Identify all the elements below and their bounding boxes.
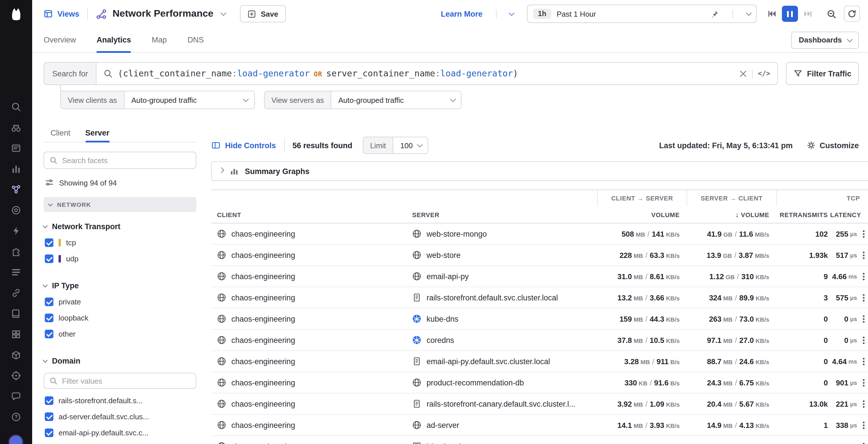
table-row[interactable]: chaos-engineering rails-storefront.defau… bbox=[211, 287, 868, 308]
facet-group-ip-type[interactable]: IP Type bbox=[43, 282, 196, 290]
server-cell[interactable]: email-api-py.default.svc.cluster.local bbox=[408, 357, 597, 366]
server-cell[interactable]: coredns bbox=[408, 335, 597, 345]
tab-dns[interactable]: DNS bbox=[187, 27, 204, 53]
server-cell[interactable]: web-store-mongo bbox=[408, 229, 597, 238]
search-query-input[interactable]: (client_container_name:load-generatorORs… bbox=[96, 62, 778, 85]
col-latency[interactable]: LATENCY bbox=[828, 211, 868, 218]
row-menu-icon[interactable] bbox=[863, 360, 865, 362]
search-icon[interactable] bbox=[11, 102, 21, 112]
client-cell[interactable]: chaos-engineering bbox=[211, 293, 408, 302]
client-cell[interactable]: chaos-engineering bbox=[211, 250, 408, 260]
chat-icon[interactable] bbox=[11, 391, 21, 402]
row-menu-icon[interactable] bbox=[863, 254, 865, 256]
table-row[interactable]: chaos-engineering product-recommendation… bbox=[211, 372, 868, 393]
checkbox-checked[interactable] bbox=[45, 428, 53, 437]
row-menu-icon[interactable] bbox=[863, 318, 865, 320]
clear-icon[interactable] bbox=[739, 70, 747, 77]
row-menu-icon[interactable] bbox=[863, 424, 865, 426]
facet-tab-client[interactable]: Client bbox=[51, 125, 70, 142]
view-servers-select[interactable]: Auto-grouped traffic bbox=[331, 91, 462, 109]
col-retransmits[interactable]: RETRANSMITS bbox=[776, 211, 828, 218]
checkbox-checked[interactable] bbox=[45, 298, 53, 306]
client-cell[interactable]: chaos-engineering bbox=[211, 314, 408, 323]
client-cell[interactable]: chaos-engineering bbox=[211, 335, 408, 345]
table-row[interactable]: chaos-engineering web-store-mongo 508MB/… bbox=[211, 224, 868, 245]
checkbox-checked[interactable] bbox=[45, 255, 53, 263]
dashboards-button[interactable]: Dashboards bbox=[792, 31, 859, 49]
fast-forward-button[interactable] bbox=[800, 6, 816, 22]
help-icon[interactable]: ? bbox=[11, 412, 21, 422]
facet-group-domain[interactable]: Domain bbox=[43, 357, 196, 365]
checkbox-checked[interactable] bbox=[45, 396, 53, 405]
row-menu-icon[interactable] bbox=[863, 233, 865, 235]
list-icon[interactable] bbox=[11, 267, 21, 277]
server-cell[interactable]: rails-storefront.default.svc.cluster.loc… bbox=[408, 293, 597, 302]
server-cell[interactable]: rails-storefront-canary.default.svc.clus… bbox=[408, 399, 597, 408]
table-row[interactable]: chaos-engineering rails-storefront-canar… bbox=[211, 393, 868, 415]
client-cell[interactable]: chaos-engineering bbox=[211, 357, 408, 366]
code-icon[interactable]: </> bbox=[758, 69, 770, 78]
table-row[interactable]: chaos-engineering web-store 228MB/63.3KB… bbox=[211, 245, 868, 266]
filter-traffic-button[interactable]: Filter Traffic bbox=[786, 62, 859, 85]
tab-overview[interactable]: Overview bbox=[43, 27, 76, 53]
facet-tab-server[interactable]: Server bbox=[85, 125, 110, 142]
view-title-menu[interactable]: Network Performance bbox=[96, 8, 225, 20]
table-row[interactable]: chaos-engineering email-api-py 31.0MB/8.… bbox=[211, 266, 868, 287]
facet-search-input[interactable] bbox=[62, 156, 191, 165]
row-menu-icon[interactable] bbox=[863, 382, 865, 383]
rewind-button[interactable] bbox=[764, 6, 780, 22]
table-row[interactable]: chaos-engineering email-api-py.default.s… bbox=[211, 351, 868, 372]
views-button[interactable]: Views bbox=[43, 9, 79, 19]
checkbox-checked[interactable] bbox=[45, 238, 53, 247]
server-cell[interactable]: kube-dns bbox=[408, 314, 597, 323]
customize-button[interactable]: Customize bbox=[806, 141, 859, 150]
summary-graphs-toggle[interactable]: Summary Graphs bbox=[211, 161, 868, 181]
col-volume-client-server[interactable]: VOLUME bbox=[597, 211, 687, 218]
row-menu-icon[interactable] bbox=[863, 339, 865, 341]
col-server[interactable]: SERVER bbox=[408, 211, 597, 218]
view-clients-select[interactable]: Auto-grouped traffic bbox=[124, 91, 255, 109]
table-row[interactable]: chaos-engineering k8s-dns-dnsmasq-nanny.… bbox=[211, 436, 868, 444]
domain-filter-input[interactable] bbox=[62, 377, 191, 385]
col-volume-server-client[interactable]: ↓VOLUME bbox=[687, 210, 776, 218]
tab-analytics[interactable]: Analytics bbox=[97, 27, 131, 53]
client-cell[interactable]: chaos-engineering bbox=[211, 399, 408, 408]
app-logo[interactable] bbox=[7, 5, 25, 22]
bar-chart-icon[interactable] bbox=[11, 164, 21, 174]
server-cell[interactable]: product-recommendation-db bbox=[408, 378, 597, 387]
tab-map[interactable]: Map bbox=[152, 27, 167, 53]
server-cell[interactable]: web-store bbox=[408, 250, 597, 260]
topology-icon[interactable] bbox=[11, 184, 21, 195]
server-cell[interactable]: email-api-py bbox=[408, 272, 597, 281]
server-cell[interactable]: ad-server bbox=[408, 420, 597, 430]
client-cell[interactable]: chaos-engineering bbox=[211, 272, 408, 281]
rings-icon[interactable] bbox=[11, 205, 21, 215]
hide-controls-button[interactable]: Hide Controls bbox=[211, 141, 276, 150]
lightning-icon[interactable] bbox=[11, 226, 21, 236]
row-menu-icon[interactable] bbox=[863, 275, 865, 277]
checkbox-checked[interactable] bbox=[45, 412, 53, 421]
cards-icon[interactable] bbox=[11, 143, 21, 153]
grid-icon[interactable] bbox=[11, 329, 21, 339]
pause-button[interactable] bbox=[782, 6, 798, 22]
client-cell[interactable]: chaos-engineering bbox=[211, 442, 408, 444]
client-cell[interactable]: chaos-engineering bbox=[211, 229, 408, 238]
target-icon[interactable] bbox=[11, 371, 21, 381]
table-row[interactable]: chaos-engineering ad-server 14.1MB/3.93K… bbox=[211, 415, 868, 436]
table-row[interactable]: chaos-engineering coredns 37.8MB/10.5KB/… bbox=[211, 330, 868, 351]
link-icon[interactable] bbox=[11, 288, 21, 298]
facet-group-network-transport[interactable]: Network Transport bbox=[43, 222, 196, 231]
refresh-button[interactable] bbox=[844, 6, 860, 22]
row-menu-icon[interactable] bbox=[863, 297, 865, 298]
learn-more-button[interactable]: Learn More bbox=[441, 9, 513, 18]
checkbox-checked[interactable] bbox=[45, 314, 53, 322]
book-icon[interactable] bbox=[11, 308, 21, 319]
package-icon[interactable] bbox=[11, 350, 21, 360]
row-menu-icon[interactable] bbox=[863, 403, 865, 405]
pin-icon[interactable] bbox=[710, 9, 718, 18]
client-cell[interactable]: chaos-engineering bbox=[211, 420, 408, 430]
puzzle-icon[interactable] bbox=[11, 246, 21, 257]
col-client[interactable]: CLIENT bbox=[211, 211, 408, 218]
binoculars-icon[interactable] bbox=[11, 122, 21, 133]
time-range-picker[interactable]: 1h Past 1 Hour bbox=[527, 5, 756, 23]
